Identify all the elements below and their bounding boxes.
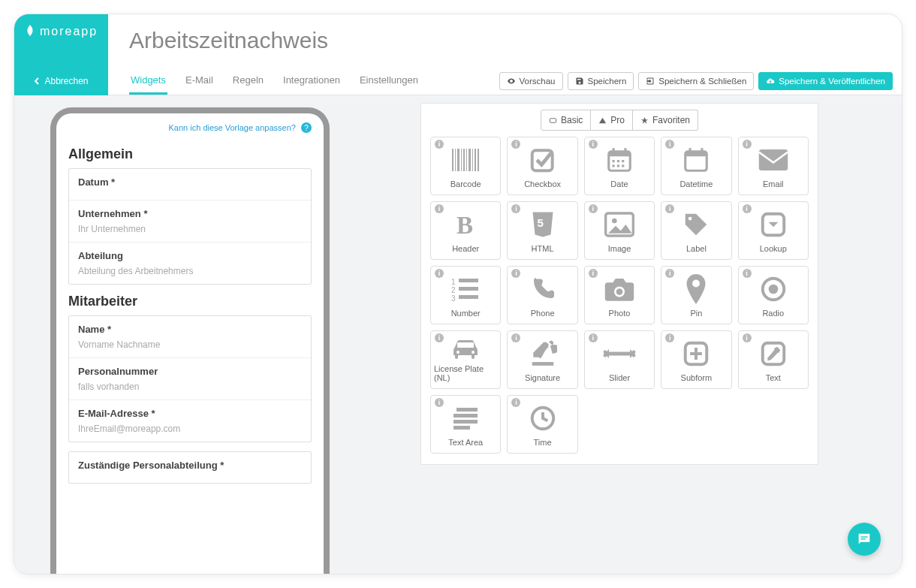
tab-integrationen[interactable]: Integrationen	[282, 67, 342, 95]
widget-subform[interactable]: iSubform	[661, 330, 731, 389]
info-icon[interactable]: i	[589, 333, 598, 342]
info-icon[interactable]: i	[435, 140, 444, 149]
field-label: Name *	[78, 324, 302, 335]
info-icon[interactable]: i	[511, 269, 520, 278]
eye-icon	[507, 77, 516, 86]
widget-label: Email	[763, 179, 784, 188]
tab-einstellungen[interactable]: Einstellungen	[358, 67, 420, 95]
svg-rect-24	[689, 148, 692, 154]
info-icon[interactable]: i	[665, 269, 674, 278]
save-publish-button[interactable]: Speichern & Veröffentlichen	[758, 72, 893, 90]
svg-text:B: B	[456, 212, 473, 238]
widget-number[interactable]: i123Number	[430, 266, 501, 324]
info-icon[interactable]: i	[435, 398, 444, 407]
form-field[interactable]: Datum *	[69, 169, 311, 201]
widget-image[interactable]: iImage	[584, 201, 655, 260]
chat-icon	[856, 531, 872, 547]
widget-date[interactable]: iDate	[584, 137, 655, 195]
widget-grid: iBarcodeiCheckboxiDateiDatetimeiEmailiBH…	[430, 137, 809, 454]
cancel-button[interactable]: Abbrechen	[14, 67, 108, 95]
info-icon[interactable]: i	[589, 204, 598, 213]
info-icon[interactable]: i	[435, 333, 444, 342]
widget-label: Time	[534, 438, 552, 447]
widget-radio[interactable]: iRadio	[738, 266, 809, 324]
help-link[interactable]: Kann ich diese Vorlage anpassen? ?	[68, 122, 312, 133]
widget-label: Pin	[690, 309, 702, 318]
page-title: Arbeitszeitnachweis	[108, 14, 902, 67]
info-icon[interactable]: i	[435, 204, 444, 213]
save-close-button[interactable]: Speichern & Schließen	[638, 72, 754, 90]
info-icon[interactable]: i	[743, 333, 752, 342]
svg-rect-25	[701, 148, 704, 154]
tab-e-mail[interactable]: E-Mail	[184, 67, 215, 95]
info-icon[interactable]: i	[511, 333, 520, 342]
widget-html[interactable]: i5HTML	[507, 201, 577, 260]
preview-button[interactable]: Vorschau	[499, 72, 563, 90]
widget-label[interactable]: iLabel	[661, 201, 731, 260]
svg-rect-37	[459, 287, 478, 291]
info-icon[interactable]: i	[511, 140, 520, 149]
widget-label: HTML	[532, 244, 554, 253]
widget-email[interactable]: iEmail	[738, 137, 809, 195]
tab-regeln[interactable]: Regeln	[231, 67, 265, 95]
widget-car[interactable]: iLicense Plate (NL)	[430, 330, 501, 389]
widget-label: License Plate (NL)	[434, 364, 497, 382]
chat-button[interactable]	[848, 523, 881, 556]
widget-datetime[interactable]: iDatetime	[661, 137, 731, 195]
widget-label: Number	[451, 309, 481, 318]
svg-rect-3	[457, 149, 460, 171]
tab-widgets[interactable]: Widgets	[129, 67, 167, 95]
field-label: Personalnummer	[78, 366, 302, 377]
info-icon[interactable]: i	[435, 269, 444, 278]
info-icon[interactable]: i	[511, 204, 520, 213]
info-icon[interactable]: i	[665, 333, 674, 342]
info-icon[interactable]: i	[665, 140, 674, 149]
widget-checkbox[interactable]: iCheckbox	[507, 137, 577, 195]
info-icon[interactable]: i	[743, 269, 752, 278]
tier-basic[interactable]: Basic	[541, 110, 591, 131]
svg-rect-14	[612, 148, 614, 154]
widget-pin[interactable]: iPin	[661, 266, 731, 324]
svg-point-31	[689, 217, 692, 221]
svg-rect-9	[475, 149, 476, 171]
widget-signature[interactable]: iSignature	[507, 330, 577, 389]
tier-toggle: BasicProFavoriten	[430, 110, 809, 131]
info-icon[interactable]: i	[589, 140, 598, 149]
widget-barcode[interactable]: iBarcode	[430, 137, 501, 195]
lookup-icon	[759, 207, 788, 243]
info-icon[interactable]: i	[743, 204, 752, 213]
form-field[interactable]: AbteilungAbteilung des Arbeitnehmers	[69, 243, 311, 284]
widget-header[interactable]: iBHeader	[430, 201, 501, 260]
svg-rect-6	[466, 149, 467, 171]
info-icon[interactable]: i	[665, 204, 674, 213]
tier-pro[interactable]: Pro	[591, 110, 633, 131]
widget-label: Checkbox	[524, 179, 561, 188]
widget-time[interactable]: iTime	[507, 395, 577, 454]
field-label: Datum *	[78, 176, 302, 188]
tier-favoriten[interactable]: Favoriten	[633, 110, 698, 131]
widget-slider[interactable]: iSlider	[584, 330, 655, 389]
form-field[interactable]: E-Mail-Adresse *IhreEmail@moreapp.com	[69, 400, 311, 442]
preview-column: Kann ich diese Vorlage anpassen? ? Allge…	[14, 95, 345, 574]
widget-label: Subform	[681, 373, 713, 382]
toolbar-row: Abbrechen WidgetsE-MailRegelnIntegration…	[14, 67, 902, 95]
widget-photo[interactable]: iPhoto	[584, 266, 655, 324]
widget-lookup[interactable]: iLookup	[738, 201, 809, 260]
date-icon	[605, 142, 634, 178]
svg-rect-20	[617, 164, 619, 167]
widget-textarea[interactable]: iText Area	[430, 395, 501, 454]
widget-text[interactable]: iText	[738, 330, 809, 389]
form-field[interactable]: Personalnummerfalls vorhanden	[69, 358, 311, 400]
info-icon[interactable]: i	[743, 140, 752, 149]
info-icon[interactable]: i	[589, 269, 598, 278]
save-button[interactable]: Speichern	[568, 72, 634, 90]
slider-icon	[603, 336, 636, 372]
info-icon[interactable]: i	[511, 398, 520, 407]
widget-label: Image	[608, 244, 631, 253]
html-icon: 5	[529, 207, 556, 243]
widget-phone[interactable]: iPhone	[507, 266, 577, 324]
form-field[interactable]: Unternehmen *Ihr Unternehmen	[69, 201, 311, 243]
subform-icon	[682, 336, 710, 372]
form-field[interactable]: Name *Vorname Nachname	[69, 316, 311, 358]
form-field[interactable]: Zuständige Personalabteilung *	[69, 452, 311, 483]
